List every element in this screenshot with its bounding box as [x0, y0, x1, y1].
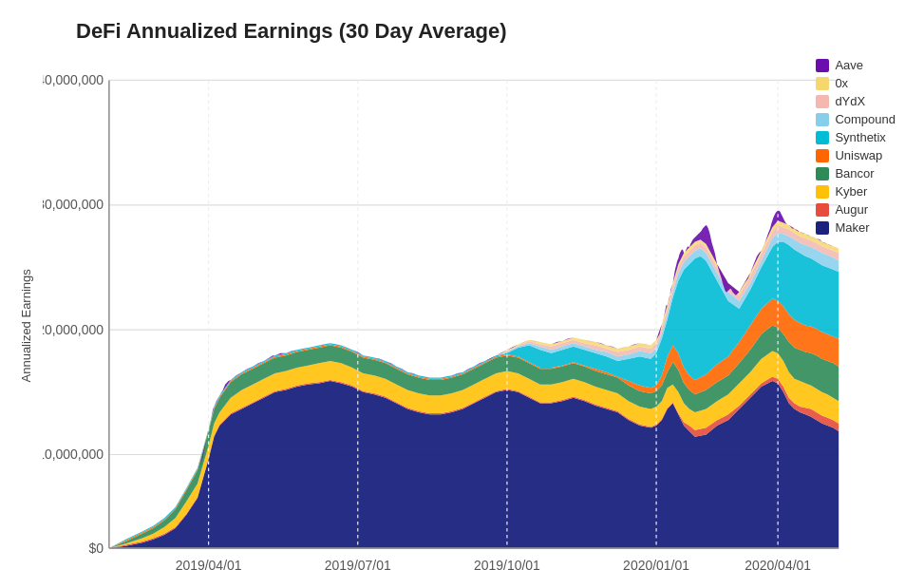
svg-text:$30,000,000: $30,000,000	[43, 197, 104, 212]
chart-title: DeFi Annualized Earnings (30 Day Average…	[76, 19, 905, 44]
legend-label-bancor: Bancor	[835, 166, 874, 180]
chart-legend: Aave 0x dYdX Compound	[816, 58, 896, 235]
legend-swatch-maker	[816, 221, 829, 235]
chart-container: DeFi Annualized Earnings (30 Day Average…	[0, 0, 924, 570]
legend-item-synthetix: Synthetix	[816, 130, 896, 144]
legend-item-augur: Augur	[816, 202, 896, 217]
legend-swatch-dydx	[816, 95, 829, 108]
legend-swatch-augur	[816, 203, 829, 217]
legend-label-aave: Aave	[835, 58, 863, 72]
legend-item-bancor: Bancor	[816, 166, 896, 180]
svg-text:2020/04/01: 2020/04/01	[745, 558, 811, 570]
svg-text:2019/10/01: 2019/10/01	[474, 558, 540, 570]
svg-text:$20,000,000: $20,000,000	[43, 322, 104, 337]
svg-text:2019/07/01: 2019/07/01	[325, 558, 391, 570]
legend-item-uniswap: Uniswap	[816, 148, 896, 162]
legend-label-0x: 0x	[835, 76, 848, 90]
legend-label-dydx: dYdX	[835, 94, 865, 108]
svg-text:$10,000,000: $10,000,000	[43, 446, 104, 462]
legend-swatch-uniswap	[816, 149, 829, 162]
legend-label-synthetix: Synthetix	[835, 130, 885, 144]
svg-text:2019/04/01: 2019/04/01	[176, 558, 242, 570]
svg-wrapper: $40,000,000 $30,000,000 $20,000,000 $10,…	[43, 58, 905, 570]
legend-label-augur: Augur	[835, 202, 868, 217]
legend-swatch-compound	[816, 113, 829, 126]
legend-item-maker: Maker	[816, 220, 896, 235]
legend-swatch-synthetix	[816, 131, 829, 144]
legend-item-0x: 0x	[816, 76, 896, 90]
svg-text:2020/01/01: 2020/01/01	[623, 558, 689, 570]
legend-label-maker: Maker	[835, 220, 869, 235]
legend-label-compound: Compound	[835, 112, 896, 126]
chart-area: $40,000,000 $30,000,000 $20,000,000 $10,…	[43, 58, 905, 570]
legend-swatch-kyber	[816, 185, 829, 199]
legend-item-kyber: Kyber	[816, 184, 896, 199]
svg-text:$40,000,000: $40,000,000	[43, 72, 104, 87]
legend-item-dydx: dYdX	[816, 94, 896, 108]
legend-swatch-bancor	[816, 167, 829, 180]
y-axis-label: Annualized Earnings	[19, 58, 38, 570]
legend-item-compound: Compound	[816, 112, 896, 126]
legend-swatch-aave	[816, 59, 829, 72]
chart-svg: $40,000,000 $30,000,000 $20,000,000 $10,…	[43, 58, 905, 570]
legend-label-uniswap: Uniswap	[835, 148, 882, 162]
svg-text:$0: $0	[88, 541, 104, 556]
legend-label-kyber: Kyber	[835, 184, 867, 199]
legend-swatch-0x	[816, 77, 829, 90]
legend-item-aave: Aave	[816, 58, 896, 72]
